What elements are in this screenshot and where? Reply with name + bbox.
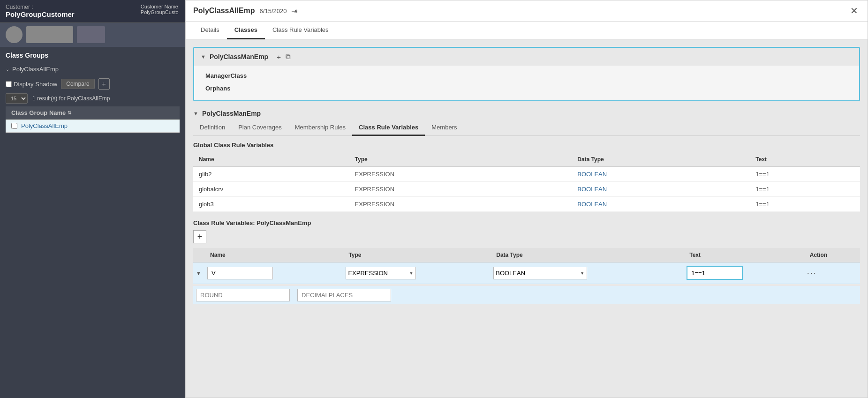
- modal-overlay: PolyClassAllEmp 6/15/2020 ⇥ ✕ Details Cl…: [185, 0, 868, 398]
- crv-col-action: Action: [804, 248, 860, 263]
- tab-plan-coverages[interactable]: Plan Coverages: [232, 120, 288, 136]
- crv-table: Name Type Data Type Text Action ▼: [193, 248, 860, 284]
- navigate-icon[interactable]: ⇥: [291, 7, 297, 15]
- accordion-add-button[interactable]: +: [276, 53, 282, 61]
- table-row: glob3 EXPRESSION BOOLEAN 1==1: [193, 197, 860, 212]
- row-datatype: BOOLEAN: [572, 167, 750, 182]
- accordion-title: PolyClassManEmp: [210, 53, 268, 60]
- table-row: globalcrv EXPRESSION BOOLEAN 1==1: [193, 182, 860, 197]
- modal-tabs: Details Classes Class Rule Variables: [186, 22, 868, 39]
- tab-classes[interactable]: Classes: [227, 22, 265, 39]
- row-text: 1==1: [750, 167, 860, 182]
- customer-name-label: Customer Name:: [141, 4, 180, 9]
- global-crv-label: Global Class Rule Variables: [193, 142, 860, 149]
- crv-section-label: Class Rule Variables: PolyClassManEmp: [193, 219, 860, 226]
- row-datatype: BOOLEAN: [572, 197, 750, 212]
- crv-name-cell: [204, 263, 343, 284]
- crv-type-select-wrapper: EXPRESSION VALUE REFERENCE: [346, 267, 416, 279]
- crv-action-menu[interactable]: ···: [807, 268, 817, 278]
- customer-name: PolyGroupCustomer: [6, 10, 75, 18]
- table-header-row: Class Group Name ⇅: [6, 106, 180, 120]
- table-data-row[interactable]: PolyClassAllEmp: [6, 120, 180, 133]
- class-section-title: PolyClassManEmp: [202, 110, 261, 117]
- left-header: Customer : PolyGroupCustomer Customer Na…: [0, 0, 185, 23]
- accordion-chevron-icon: ▼: [201, 54, 206, 60]
- customer-label: Customer :: [6, 4, 33, 10]
- row-type: EXPRESSION: [349, 167, 572, 182]
- customer-name-short: PolyGroupCusto: [141, 9, 180, 15]
- view-rows-select[interactable]: 15 25 50: [6, 93, 28, 104]
- add-button[interactable]: +: [98, 78, 110, 90]
- class-groups-title: Class Groups: [6, 52, 180, 59]
- row-name: glib2: [193, 167, 349, 182]
- crv-col-name: Name: [204, 248, 343, 263]
- sort-icon[interactable]: ⇅: [68, 110, 71, 115]
- section-chevron-icon: ▼: [193, 111, 198, 116]
- accordion-copy-button[interactable]: ⧉: [285, 53, 292, 61]
- row-text: 1==1: [750, 182, 860, 197]
- crv-type-select[interactable]: EXPRESSION VALUE REFERENCE: [346, 267, 416, 279]
- display-shadow-label[interactable]: Display Shadow: [6, 81, 57, 88]
- decimalplaces-input[interactable]: [297, 289, 391, 301]
- col-datatype-header: Data Type: [572, 152, 750, 167]
- crv-datatype-cell: BOOLEAN STRING INTEGER DECIMAL DATE: [491, 263, 684, 284]
- polyclassallemp-row[interactable]: ⌄ PolyClassAllEmp: [6, 64, 180, 75]
- modal-title-area: PolyClassAllEmp 6/15/2020 ⇥: [193, 7, 297, 15]
- row-type: EXPRESSION: [349, 182, 572, 197]
- modal-date: 6/15/2020: [260, 8, 287, 15]
- chevron-down-icon: ⌄: [6, 67, 9, 72]
- result-text: 1 result(s) for PolyClassAllEmp: [32, 95, 110, 102]
- crv-col-type: Type: [343, 248, 491, 263]
- crv-datatype-select[interactable]: BOOLEAN STRING INTEGER DECIMAL DATE: [493, 267, 587, 279]
- row-datatype: BOOLEAN: [572, 182, 750, 197]
- modal-header: PolyClassAllEmp 6/15/2020 ⇥ ✕: [186, 0, 868, 22]
- polyclass-label: PolyClassAllEmp: [12, 66, 59, 73]
- display-shadow-checkbox[interactable]: [6, 81, 12, 87]
- avatar-extra: [26, 26, 73, 43]
- avatar: [6, 26, 23, 43]
- modal-body: ▼ PolyClassManEmp + ⧉ ManagerClass Orpha…: [186, 39, 868, 398]
- crv-datatype-select-wrapper: BOOLEAN STRING INTEGER DECIMAL DATE: [493, 267, 587, 279]
- list-item[interactable]: ManagerClass: [205, 69, 848, 82]
- row-checkbox[interactable]: [11, 123, 17, 129]
- crv-col-expand: [193, 248, 204, 263]
- tab-class-rule-variables[interactable]: Class Rule Variables: [265, 22, 336, 39]
- crv-text-input[interactable]: [687, 266, 743, 280]
- tab-members[interactable]: Members: [425, 120, 463, 136]
- accordion-actions: + ⧉: [276, 53, 292, 61]
- row-text: 1==1: [750, 197, 860, 212]
- class-section-header[interactable]: ▼ PolyClassManEmp: [193, 107, 860, 120]
- modal-title: PolyClassAllEmp: [193, 7, 255, 15]
- modal-close-button[interactable]: ✕: [848, 5, 860, 16]
- global-crv-table: Name Type Data Type Text glib2 EXPRESSIO…: [193, 152, 860, 212]
- crv-type-cell: EXPRESSION VALUE REFERENCE: [343, 263, 491, 284]
- class-group-accordion: ▼ PolyClassManEmp + ⧉ ManagerClass Orpha…: [193, 47, 860, 101]
- crv-editable-row: ▼ EXPRESSION VALUE REFERENCE: [193, 263, 860, 284]
- table-row: glib2 EXPRESSION BOOLEAN 1==1: [193, 167, 860, 182]
- crv-action-cell: ···: [804, 263, 860, 284]
- tab-class-rule-vars[interactable]: Class Rule Variables: [352, 120, 425, 136]
- accordion-header[interactable]: ▼ PolyClassManEmp + ⧉: [194, 48, 859, 66]
- row-chevron-icon: ▼: [193, 263, 204, 284]
- tab-membership-rules[interactable]: Membership Rules: [288, 120, 352, 136]
- crv-add-button[interactable]: +: [193, 230, 206, 243]
- col-text-header: Text: [750, 152, 860, 167]
- left-panel: Customer : PolyGroupCustomer Customer Na…: [0, 0, 185, 398]
- round-input[interactable]: [196, 289, 290, 301]
- col-type-header: Type: [349, 152, 572, 167]
- crv-text-cell: [684, 263, 804, 284]
- crv-name-input[interactable]: [207, 267, 273, 279]
- tab-details[interactable]: Details: [193, 22, 227, 39]
- class-groups-section: Class Groups ⌄ PolyClassAllEmp Display S…: [0, 47, 185, 137]
- class-section: ▼ PolyClassManEmp Definition Plan Covera…: [193, 107, 860, 304]
- modal: PolyClassAllEmp 6/15/2020 ⇥ ✕ Details Cl…: [185, 0, 868, 398]
- crv-col-datatype: Data Type: [491, 248, 684, 263]
- inner-tabs: Definition Plan Coverages Membership Rul…: [193, 120, 860, 136]
- list-item[interactable]: Orphans: [205, 82, 848, 95]
- compare-button[interactable]: Compare: [61, 79, 94, 89]
- bottom-row-inputs: [193, 286, 860, 304]
- tab-definition[interactable]: Definition: [193, 120, 232, 136]
- avatar-extra2: [77, 26, 105, 43]
- controls-row: 15 25 50 1 result(s) for PolyClassAllEmp: [6, 93, 180, 104]
- class-group-name-header: Class Group Name: [11, 109, 66, 116]
